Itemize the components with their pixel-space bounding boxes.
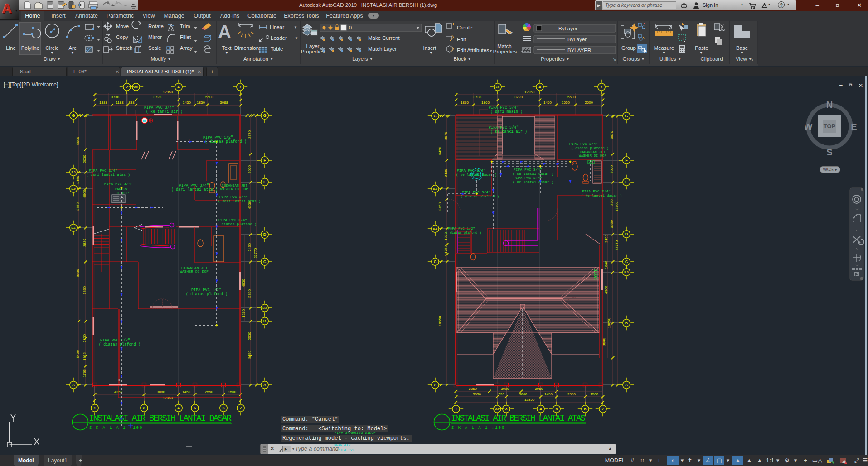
svg-text:3650: 3650 (76, 202, 80, 211)
svg-text:720: 720 (498, 392, 504, 396)
svg-text:5490: 5490 (76, 350, 80, 358)
svg-text:B: B (625, 321, 628, 325)
svg-text:A: A (434, 383, 437, 387)
svg-text:E: E (263, 180, 266, 184)
svg-text:( diatas plafond ): ( diatas plafond ) (186, 292, 228, 296)
svg-text:PANTRY: PANTRY (115, 187, 128, 191)
svg-text:7: 7 (239, 406, 242, 410)
svg-text:5350: 5350 (82, 286, 87, 294)
svg-text:1500: 1500 (228, 390, 236, 394)
svg-text:( diatas plafond ): ( diatas plafond ) (99, 342, 141, 346)
svg-text:3970: 3970 (444, 132, 448, 140)
svg-text:7: 7 (600, 85, 602, 89)
svg-text:A: A (218, 22, 231, 42)
svg-text:12950: 12950 (163, 90, 173, 94)
svg-text:PIPA PVC 3/4": PIPA PVC 3/4" (582, 190, 611, 193)
svg-text:1750: 1750 (444, 245, 448, 254)
svg-text:INSTALASI AIR BERSIH LANTAI DA: INSTALASI AIR BERSIH LANTAI DASAR (89, 413, 232, 423)
svg-text:( ke tanki air ): ( ke tanki air ) (146, 110, 183, 114)
svg-text:PIPA PVC 3/4": PIPA PVC 3/4" (144, 106, 174, 110)
svg-text:1450: 1450 (544, 392, 553, 396)
svg-text:WASHER DI DOP: WASHER DI DOP (180, 270, 209, 274)
svg-text:2: 2 (126, 85, 128, 89)
svg-text:VOID: VOID (593, 269, 599, 280)
svg-text:PIPA PVC 3/4": PIPA PVC 3/4" (489, 106, 519, 110)
svg-text:3: 3 (505, 407, 507, 411)
svg-text:5: 5 (555, 407, 558, 411)
svg-text:PIPA PVC 3/4": PIPA PVC 3/4" (514, 168, 542, 172)
svg-text:PIPA PVC 3/4": PIPA PVC 3/4" (104, 182, 133, 186)
svg-text:1225: 1225 (82, 352, 87, 360)
svg-text:( diatas plafond ): ( diatas plafond ) (461, 195, 499, 198)
svg-text:S: S (826, 147, 832, 157)
svg-text:PIPA PVC 1/2": PIPA PVC 1/2" (100, 338, 130, 342)
svg-text:PIPA PVC 3/4": PIPA PVC 3/4" (219, 195, 248, 199)
svg-text:CADANGAN JET: CADANGAN JET (181, 266, 208, 270)
svg-text:A: A (263, 383, 267, 387)
svg-text:1865: 1865 (461, 101, 469, 105)
svg-text:2450: 2450 (604, 235, 608, 243)
svg-text:( dari lantai atas ): ( dari lantai atas ) (171, 187, 218, 192)
svg-text:1450: 1450 (543, 101, 552, 105)
svg-text:WC: WC (589, 161, 592, 164)
svg-text:( diatas plafond ): ( diatas plafond ) (217, 222, 257, 226)
svg-text:18650: 18650 (438, 316, 442, 326)
svg-text:4300: 4300 (604, 286, 608, 294)
svg-text:2500: 2500 (247, 332, 252, 340)
svg-text:G: G (72, 113, 75, 118)
svg-text:1765: 1765 (82, 369, 87, 377)
svg-text:1: 1 (93, 406, 96, 410)
svg-text:2000: 2000 (82, 155, 87, 163)
svg-text:F: F (263, 158, 266, 163)
svg-text:1450: 1450 (182, 390, 190, 394)
svg-text:PIPA PVC 1/2": PIPA PVC 1/2" (448, 227, 475, 231)
svg-text:D.1: D.1 (71, 226, 76, 229)
svg-text:Edit: Edit (457, 37, 466, 42)
svg-text:2.6: 2.6 (495, 408, 499, 410)
svg-text:1260: 1260 (242, 309, 246, 317)
svg-text:Edit Attributes: Edit Attributes (457, 48, 489, 53)
svg-text:2500: 2500 (82, 334, 87, 342)
svg-text:4: 4 (539, 407, 542, 411)
svg-text:838: 838 (128, 101, 135, 105)
svg-text:12950: 12950 (524, 90, 535, 94)
svg-text:3088: 3088 (220, 101, 228, 105)
svg-text:2550: 2550 (205, 390, 213, 394)
svg-text:C: C (263, 259, 267, 264)
svg-text:5360: 5360 (247, 289, 252, 298)
svg-text:PIPA PVC 3/4": PIPA PVC 3/4" (218, 218, 247, 222)
svg-text:1450: 1450 (183, 101, 191, 105)
svg-text:M: M (143, 119, 146, 123)
svg-text:G: G (625, 114, 628, 118)
svg-text:INSTALASI AIR BERSIH LANTAI AT: INSTALASI AIR BERSIH LANTAI ATAS (451, 413, 586, 423)
svg-text:DI DOP: DI DOP (116, 192, 129, 195)
svg-text:6: 6 (222, 406, 224, 410)
svg-text:1500: 1500 (590, 392, 598, 396)
svg-text:N: N (826, 100, 833, 110)
svg-text:3728: 3728 (514, 95, 523, 99)
svg-text:3450: 3450 (438, 202, 442, 211)
svg-text:5490: 5490 (247, 351, 252, 359)
svg-text:4: 4 (177, 406, 179, 410)
svg-text:3630: 3630 (473, 392, 481, 396)
svg-text:3: 3 (143, 406, 145, 410)
svg-text:2850: 2850 (469, 387, 477, 391)
svg-text:5: 5 (194, 406, 196, 410)
svg-text:ByLayer: ByLayer (558, 26, 577, 31)
svg-text:2.5: 2.5 (496, 86, 500, 88)
svg-text:PIPA PVC 3/4": PIPA PVC 3/4" (462, 191, 490, 194)
svg-text:4900: 4900 (82, 190, 87, 198)
svg-text:7: 7 (601, 407, 604, 411)
svg-text:( ke lantai dasar ): ( ke lantai dasar ) (513, 172, 553, 176)
svg-text:850: 850 (610, 199, 614, 206)
svg-text:23770: 23770 (253, 248, 257, 258)
svg-text:23770: 23770 (615, 240, 619, 250)
svg-text:G: G (263, 113, 266, 118)
svg-text:TOP: TOP (824, 123, 836, 130)
svg-text:PIPA PVC 3/4": PIPA PVC 3/4" (457, 169, 485, 173)
svg-text:2000: 2000 (610, 165, 614, 173)
svg-text:CADANGAN JET: CADANGAN JET (222, 184, 247, 187)
svg-text:B.2: B.2 (262, 307, 267, 309)
svg-text:1888: 1888 (99, 101, 107, 105)
svg-text:3970: 3970 (610, 131, 614, 139)
